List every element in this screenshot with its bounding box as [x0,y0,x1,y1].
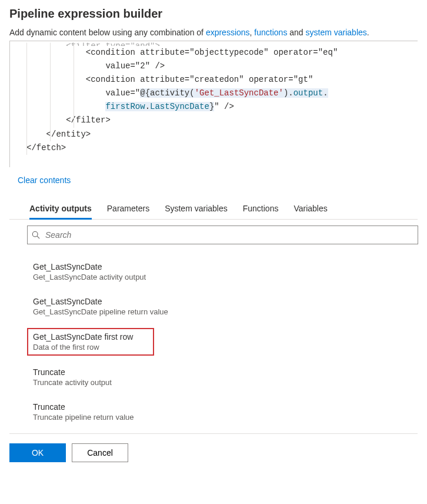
tabs: Activity outputs Parameters System varia… [9,199,418,220]
code-line: <filter type="and"> [26,41,418,46]
result-title: Truncate [33,402,398,412]
cancel-button[interactable]: Cancel [72,443,128,462]
result-title: Get_LastSyncDate [33,297,398,306]
code-line: </entity> [26,128,418,141]
svg-line-1 [37,236,39,238]
code-line: value="2" /> [26,59,418,73]
search-wrap [27,226,418,244]
footer: OK Cancel [9,433,418,462]
ok-button[interactable]: OK [9,443,66,462]
link-expressions[interactable]: expressions [206,28,250,37]
result-title: Get_LastSyncDate first row [33,332,148,341]
tab-variables[interactable]: Variables [293,199,327,219]
results-list: Get_LastSyncDateGet_LastSyncDate activit… [27,258,418,425]
clear-contents-link[interactable]: Clear contents [18,175,71,185]
result-item[interactable]: Get_LastSyncDateGet_LastSyncDate activit… [27,258,403,285]
editor-gutter [10,41,25,167]
code-line: </filter> [26,114,418,127]
tab-functions[interactable]: Functions [243,199,279,219]
tab-parameters[interactable]: Parameters [107,199,149,219]
search-icon [32,231,40,239]
page-title: Pipeline expression builder [9,7,418,21]
link-functions[interactable]: functions [254,28,287,37]
result-title: Truncate [33,367,398,377]
code-line: </fetch> [26,141,418,155]
code-line: value="@{activity('Get_LastSyncDate').ou… [26,87,418,100]
expression-editor[interactable]: <filter type="and"> <condition attribute… [9,41,418,167]
search-input[interactable] [27,226,418,244]
tab-activity-outputs[interactable]: Activity outputs [29,199,92,219]
result-item[interactable]: Get_LastSyncDateGet_LastSyncDate pipelin… [27,293,403,320]
code-line: firstRow.LastSyncDate}" /> [26,100,418,114]
result-subtitle: Data of the first row [33,343,148,352]
code-line: <condition attribute="createdon" operato… [26,73,418,87]
tab-system-variables[interactable]: System variables [165,199,228,219]
result-subtitle: Get_LastSyncDate pipeline return value [33,307,398,316]
result-item[interactable]: TruncateTruncate activity output [27,364,403,390]
subtitle-text: Add dynamic content below using any comb… [9,28,206,37]
result-subtitle: Get_LastSyncDate activity output [33,273,398,281]
svg-point-0 [32,231,38,237]
result-subtitle: Truncate activity output [33,378,398,387]
result-title: Get_LastSyncDate [33,262,398,271]
result-item[interactable]: TruncateTruncate pipeline return value [27,399,403,425]
subtitle: Add dynamic content below using any comb… [9,28,418,37]
code-line: <condition attribute="objecttypecode" op… [26,46,418,59]
link-system-variables[interactable]: system variables [306,28,367,37]
result-item[interactable]: Get_LastSyncDate first rowData of the fi… [27,328,154,356]
result-subtitle: Truncate pipeline return value [33,413,398,422]
